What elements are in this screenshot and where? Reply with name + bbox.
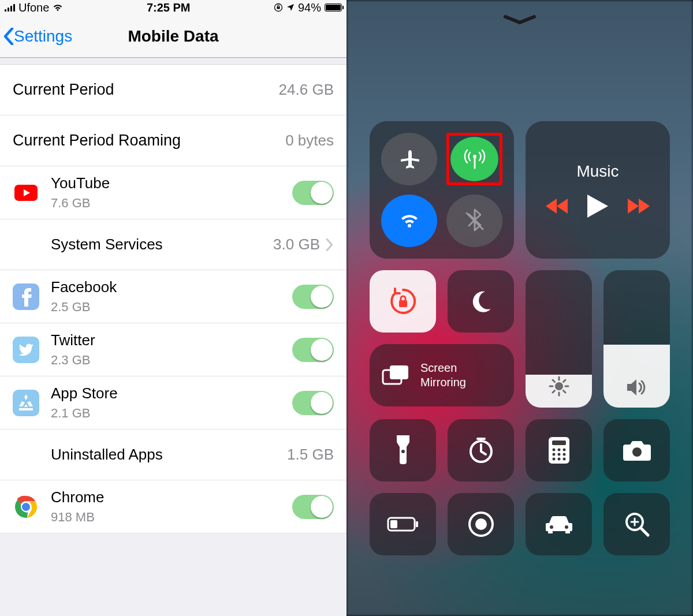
screen-record-button[interactable]: [448, 493, 514, 555]
svg-point-21: [552, 458, 555, 461]
svg-point-29: [475, 518, 487, 530]
calculator-icon: [547, 436, 571, 465]
airplane-icon: [396, 146, 423, 173]
screen-mirroring-label: Screen Mirroring: [420, 361, 466, 390]
calculator-button[interactable]: [526, 419, 592, 481]
app-data: 1.5 GB: [287, 446, 334, 464]
svg-point-24: [632, 447, 642, 457]
status-time: 7:25 PM: [147, 1, 191, 14]
screen-mirroring-icon: [381, 364, 410, 387]
svg-point-17: [562, 449, 565, 451]
svg-point-15: [552, 449, 555, 451]
toggle-appstore[interactable]: [292, 391, 334, 415]
cellular-signal-icon: [5, 3, 15, 12]
bluetooth-button[interactable]: [446, 195, 502, 247]
svg-point-31: [565, 525, 568, 529]
app-row-system-services[interactable]: System Services 3.0 GB: [0, 219, 346, 270]
chrome-icon: [13, 494, 39, 520]
current-period-label: Current Period: [13, 81, 279, 99]
location-icon: [286, 3, 295, 12]
roaming-row[interactable]: Current Period Roaming 0 bytes: [0, 115, 346, 166]
app-row-chrome[interactable]: Chrome 918 MB: [0, 480, 346, 533]
app-row-appstore[interactable]: App Store 2.1 GB: [0, 376, 346, 430]
svg-rect-6: [399, 300, 407, 307]
play-button[interactable]: [587, 195, 608, 218]
app-row-youtube[interactable]: YouTube 7.6 GB: [0, 166, 346, 219]
svg-point-16: [557, 449, 560, 451]
back-button[interactable]: Settings: [0, 27, 72, 46]
app-name: Twitter: [51, 331, 292, 349]
cellular-highlight: [446, 133, 502, 185]
current-period-row[interactable]: Current Period 24.6 GB: [0, 65, 346, 115]
twitter-icon: [13, 337, 39, 363]
svg-point-30: [550, 525, 553, 529]
orientation-lock-icon: [274, 3, 283, 12]
orientation-lock-icon: [388, 286, 418, 316]
volume-icon: [603, 378, 670, 397]
app-data: 2.1 GB: [51, 406, 292, 421]
app-name: YouTube: [51, 174, 292, 192]
facebook-icon: [13, 283, 39, 310]
flashlight-button[interactable]: [370, 419, 436, 481]
flashlight-icon: [394, 435, 412, 465]
camera-button[interactable]: [603, 419, 670, 481]
carrier-label: Ufone: [18, 1, 49, 14]
camera-icon: [622, 439, 652, 462]
toggle-chrome[interactable]: [292, 495, 334, 519]
wifi-icon: [53, 3, 63, 12]
airplane-mode-button[interactable]: [381, 133, 437, 185]
magnifier-icon: [623, 510, 651, 538]
app-row-twitter[interactable]: Twitter 2.3 GB: [0, 323, 346, 376]
battery-icon: [325, 3, 342, 12]
app-name: Facebook: [51, 278, 292, 296]
app-row-facebook[interactable]: Facebook 2.5 GB: [0, 270, 346, 323]
connectivity-tile: [370, 121, 514, 259]
app-data: 3.0 GB: [273, 236, 320, 253]
svg-point-9: [555, 382, 563, 390]
magnifier-button[interactable]: [603, 493, 670, 555]
svg-rect-14: [552, 440, 566, 445]
toggle-twitter[interactable]: [292, 338, 334, 362]
low-power-button[interactable]: [370, 493, 436, 555]
app-name: System Services: [51, 236, 273, 253]
forward-button[interactable]: [628, 199, 650, 214]
driving-mode-button[interactable]: [526, 493, 592, 555]
bluetooth-off-icon: [463, 208, 486, 234]
do-not-disturb-button[interactable]: [448, 270, 514, 333]
toggle-facebook[interactable]: [292, 285, 334, 309]
music-label: Music: [576, 162, 619, 181]
svg-point-10: [401, 450, 405, 453]
roaming-value: 0 bytes: [285, 132, 334, 150]
svg-rect-8: [390, 365, 408, 379]
app-row-uninstalled[interactable]: Uninstalled Apps 1.5 GB: [0, 430, 346, 480]
svg-rect-26: [416, 521, 418, 527]
app-data: 2.5 GB: [51, 300, 292, 315]
car-icon: [543, 514, 575, 535]
music-tile[interactable]: Music: [526, 121, 670, 259]
svg-point-20: [562, 453, 565, 456]
control-center-screen: Music: [346, 0, 693, 616]
battery-percent: 94%: [298, 1, 321, 14]
appstore-icon: [13, 390, 39, 416]
svg-rect-11: [397, 435, 409, 438]
toggle-youtube[interactable]: [292, 181, 334, 205]
timer-button[interactable]: [448, 419, 514, 481]
brightness-icon: [526, 375, 592, 397]
cellular-data-button[interactable]: [450, 137, 498, 181]
timer-icon: [467, 436, 495, 464]
orientation-lock-button[interactable]: [370, 270, 436, 333]
navbar: Settings Mobile Data: [0, 15, 346, 58]
chevron-right-icon: [326, 238, 334, 251]
app-data: 918 MB: [51, 510, 292, 525]
wifi-button[interactable]: [381, 195, 437, 247]
volume-slider[interactable]: [603, 270, 670, 408]
battery-low-icon: [387, 516, 419, 533]
grabber-icon[interactable]: [502, 14, 537, 25]
app-data: 7.6 GB: [51, 196, 292, 211]
status-bar: Ufone 7:25 PM 94%: [0, 0, 346, 15]
rewind-button[interactable]: [546, 199, 568, 214]
screen-mirroring-button[interactable]: Screen Mirroring: [370, 344, 514, 406]
cellular-antenna-icon: [461, 146, 488, 173]
svg-point-19: [557, 453, 560, 456]
brightness-slider[interactable]: [526, 270, 592, 408]
